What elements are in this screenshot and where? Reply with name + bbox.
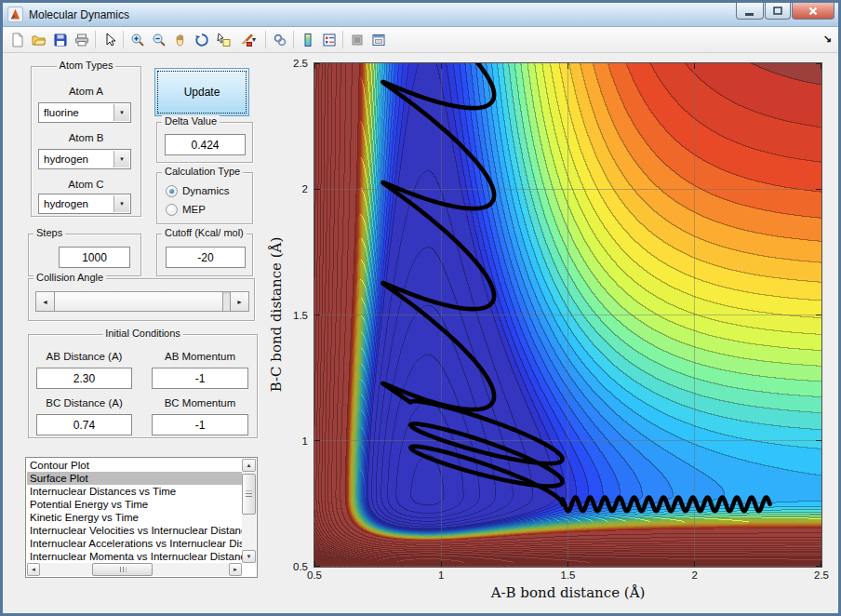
x-tick-label: 2: [692, 569, 698, 581]
printer-icon: [74, 33, 89, 47]
list-item[interactable]: Surface Plot: [27, 472, 242, 485]
data-cursor-button[interactable]: [212, 29, 234, 50]
x-axis-title: A-B bond distance (Å): [314, 584, 821, 601]
pointer-icon: [102, 33, 117, 47]
brush-data-button[interactable]: ▼: [234, 29, 262, 50]
list-item[interactable]: Internuclear Distances vs Time: [27, 485, 242, 498]
hide-plot-tools-button[interactable]: [346, 29, 367, 50]
plot-type-listbox[interactable]: Contour PlotSurface PlotInternuclear Dis…: [25, 457, 258, 578]
close-button[interactable]: [792, 3, 834, 20]
pes-canvas[interactable]: [314, 63, 821, 567]
delta-value-label: Delta Value: [162, 115, 220, 127]
list-item[interactable]: Kinetic Energy vs Time: [27, 511, 242, 524]
update-button[interactable]: Update: [154, 68, 249, 116]
vertical-scrollbar[interactable]: ▲ ▼: [242, 459, 256, 563]
horizontal-scroll-thumb[interactable]: [92, 563, 153, 576]
bc-distance-field[interactable]: 0.74: [36, 414, 132, 435]
figure-content: Atom Types Atom A fluorine ▼ Atom B hydr…: [3, 53, 838, 613]
x-tick-label: 1.5: [561, 569, 576, 581]
save-figure-button[interactable]: [49, 29, 71, 50]
cutoff-field[interactable]: -20: [166, 247, 246, 268]
scroll-right-arrow[interactable]: ►: [229, 563, 242, 576]
open-folder-icon: [32, 33, 47, 47]
atom-a-label: Atom A: [32, 86, 140, 97]
collision-angle-slider[interactable]: ◄ ►: [35, 291, 249, 312]
list-item[interactable]: Internuclear Velocities vs Internuclear …: [27, 524, 242, 537]
calculation-type-panel: Calculation Type Dynamics MEP: [156, 172, 253, 224]
chevron-down-icon[interactable]: ▼: [113, 104, 129, 121]
slider-right-arrow[interactable]: ►: [230, 292, 248, 311]
colorbar-icon: [300, 33, 315, 47]
toolbar-separator: [342, 31, 343, 48]
list-item[interactable]: Internuclear Momenta vs Internuclear Dis…: [27, 550, 242, 563]
steps-panel: Steps 1000: [28, 234, 141, 276]
scroll-up-arrow[interactable]: ▲: [242, 459, 256, 472]
toolbar-overflow-arrow[interactable]: ↘: [823, 33, 832, 45]
atom-a-dropdown[interactable]: fluorine ▼: [38, 102, 131, 123]
insert-legend-button[interactable]: [318, 29, 340, 50]
rotate-3d-button[interactable]: [191, 29, 212, 50]
thumb-grip: [119, 567, 126, 572]
horizontal-scrollbar[interactable]: ◄ ►: [27, 563, 242, 576]
save-floppy-icon: [53, 33, 68, 47]
ab-distance-label: AB Distance (A): [36, 351, 132, 362]
y-tick-label: 2.5: [293, 58, 308, 69]
toolbar-separator: [293, 31, 294, 48]
radio-mep[interactable]: MEP: [166, 202, 206, 217]
atom-b-label: Atom B: [32, 132, 140, 143]
radio-dynamics[interactable]: Dynamics: [166, 183, 229, 198]
new-figure-button[interactable]: [7, 29, 28, 50]
ab-distance-field[interactable]: 2.30: [36, 368, 132, 389]
toolbar-separator: [265, 31, 266, 48]
list-item[interactable]: Potential Energy vs Time: [27, 498, 242, 511]
app-window: Molecular Dynamics ▼: [0, 0, 841, 616]
y-tick-label: 1.5: [293, 310, 308, 321]
ab-momentum-field[interactable]: -1: [152, 368, 248, 389]
delta-value-field[interactable]: 0.424: [165, 134, 246, 155]
steps-field[interactable]: 1000: [59, 247, 130, 268]
delta-value-panel: Delta Value 0.424: [156, 122, 253, 163]
toolbar-separator: [123, 31, 124, 48]
insert-colorbar-button[interactable]: [297, 29, 318, 50]
link-icon: [273, 33, 287, 47]
bc-momentum-field[interactable]: -1: [152, 414, 248, 435]
zoom-in-button[interactable]: [127, 29, 148, 50]
chevron-down-icon[interactable]: ▼: [113, 151, 129, 167]
scroll-down-arrow[interactable]: ▼: [242, 550, 256, 563]
y-tick-label: 0.5: [293, 561, 308, 572]
atom-b-dropdown[interactable]: hydrogen ▼: [38, 149, 131, 169]
vertical-scroll-thumb[interactable]: [242, 474, 256, 515]
list-item[interactable]: Contour Plot: [27, 459, 242, 472]
minimize-button[interactable]: [736, 3, 764, 20]
pan-button[interactable]: [169, 29, 191, 50]
edit-plot-button[interactable]: [99, 29, 120, 50]
show-plot-tools-button[interactable]: [367, 29, 389, 50]
list-item[interactable]: Internuclear Accelerations vs Internucle…: [27, 537, 242, 550]
steps-label: Steps: [33, 227, 65, 238]
y-tick-label: 1: [302, 435, 308, 447]
minimize-icon: [744, 6, 755, 17]
chevron-down-icon[interactable]: ▼: [113, 195, 129, 212]
print-figure-button[interactable]: [71, 29, 92, 50]
atom-c-dropdown[interactable]: hydrogen ▼: [38, 194, 131, 214]
scroll-left-arrow[interactable]: ◄: [27, 563, 40, 576]
open-file-button[interactable]: [28, 29, 49, 50]
slider-left-arrow[interactable]: ◄: [36, 292, 55, 311]
slider-thumb[interactable]: [55, 292, 223, 311]
data-cursor-icon: [216, 33, 231, 47]
zoom-out-button[interactable]: [148, 29, 169, 50]
toolbar-separator: [95, 31, 96, 48]
zoom-out-icon: [152, 33, 167, 47]
brush-dropdown-arrow[interactable]: ▼: [251, 36, 259, 43]
plot-tools-on-icon: [371, 33, 386, 47]
maximize-button[interactable]: [765, 3, 791, 20]
atom-types-label: Atom Types: [57, 60, 116, 71]
initial-conditions-label: Initial Conditions: [102, 328, 183, 339]
thumb-grip: [246, 491, 252, 498]
radio-icon: [166, 185, 178, 197]
cutoff-panel: Cutoff (Kcal/ mol) -20: [156, 234, 253, 276]
titlebar[interactable]: Molecular Dynamics: [3, 3, 838, 27]
restore-icon: [772, 6, 783, 17]
link-plots-button[interactable]: [269, 29, 290, 50]
calculation-type-label: Calculation Type: [162, 166, 243, 177]
